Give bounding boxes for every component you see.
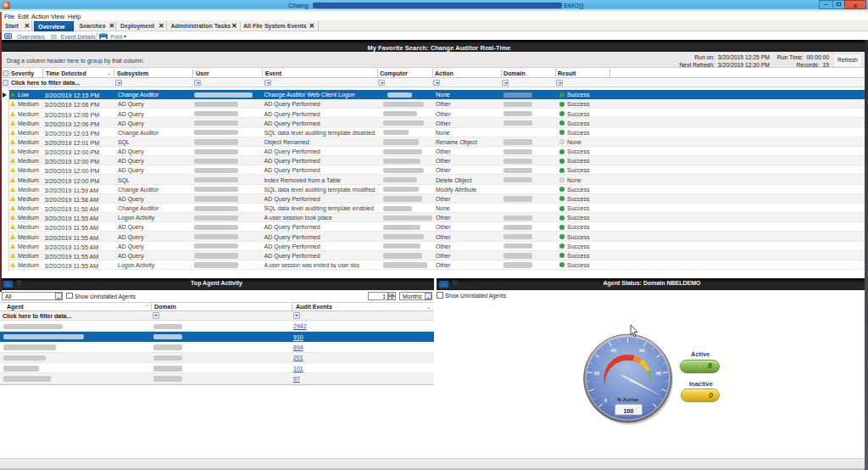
svg-text:100: 100: [624, 407, 634, 415]
svg-text:40: 40: [610, 348, 616, 353]
svg-text:80: 80: [656, 371, 662, 376]
svg-text:20: 20: [594, 371, 600, 376]
svg-text:60: 60: [639, 348, 645, 353]
svg-text:% Active: % Active: [617, 396, 639, 402]
